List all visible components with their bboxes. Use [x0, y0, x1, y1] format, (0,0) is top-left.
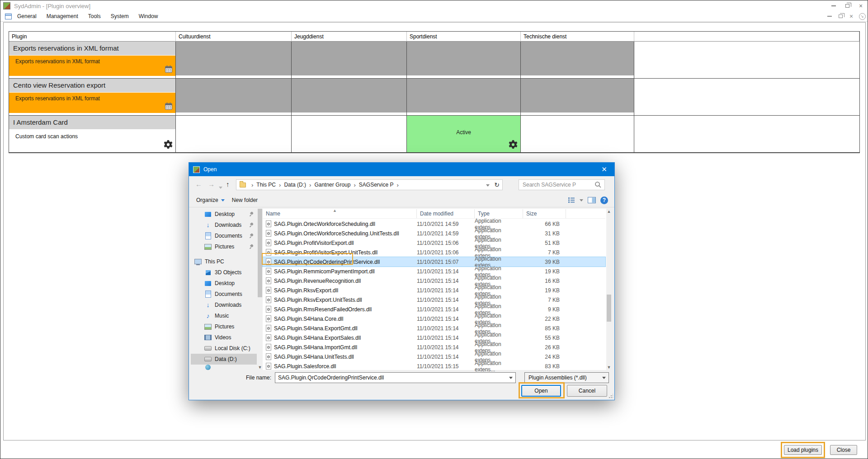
- sidebar-item-desktop[interactable]: Desktop: [191, 209, 257, 220]
- help-icon[interactable]: ?: [600, 197, 608, 204]
- sidebar-item-music[interactable]: ♪Music: [191, 310, 257, 321]
- column-header-size[interactable]: Size: [523, 209, 566, 218]
- resize-grip[interactable]: [609, 394, 613, 398]
- close-window-button[interactable]: ×: [854, 0, 868, 11]
- file-row[interactable]: SAG.Plugin.S4Hana.Core.dll11/10/2021 15:…: [263, 314, 605, 323]
- menu-window[interactable]: Window: [139, 13, 158, 19]
- sidebar-item-pictures[interactable]: Pictures: [191, 241, 257, 252]
- file-row[interactable]: SAG.Plugin.S4Hana.ImportGmt.dll11/10/202…: [263, 342, 605, 352]
- column-header-cultuurdienst[interactable]: Cultuurdienst: [176, 32, 292, 42]
- plugin-description-block[interactable]: Exports reservations in XML format: [9, 56, 175, 76]
- column-header-date-modified[interactable]: Date modified: [417, 209, 475, 218]
- column-header-plugin[interactable]: Plugin: [9, 32, 176, 42]
- column-header-jeugddienst[interactable]: Jeugddienst: [292, 32, 407, 42]
- file-row[interactable]: SAG.Plugin.ProfitVisitorExport.UnitTests…: [263, 248, 605, 257]
- service-cell-inactive[interactable]: [521, 42, 634, 79]
- organize-button[interactable]: Organize: [196, 197, 225, 203]
- file-row[interactable]: SAG.Plugin.QrCodeOrderingPrintService.dl…: [263, 257, 605, 267]
- minimize-button[interactable]: [827, 0, 840, 11]
- sidebar-item-downloads[interactable]: ↓Downloads: [191, 300, 257, 310]
- menu-general[interactable]: General: [17, 13, 37, 19]
- file-row[interactable]: SAG.Plugin.ProfitVisitorExport.dll11/10/…: [263, 238, 605, 248]
- chevron-down-icon[interactable]: [506, 377, 515, 379]
- file-name-combo[interactable]: SAG.Plugin.QrCodeOrderingPrintService.dl…: [275, 372, 516, 383]
- service-cell-inactive[interactable]: [292, 79, 407, 116]
- breadcrumb-item[interactable]: This PC: [256, 182, 276, 188]
- address-dropdown-icon[interactable]: [486, 182, 490, 188]
- file-type-combo[interactable]: Plugin Assemblies (*.dll): [524, 372, 609, 383]
- service-cell-inactive[interactable]: [521, 79, 634, 116]
- menu-system[interactable]: System: [111, 13, 129, 19]
- scrollbar-thumb[interactable]: [258, 209, 262, 297]
- breadcrumb-item[interactable]: Data (D:): [284, 182, 306, 188]
- sidebar-item-documents[interactable]: Documents: [191, 230, 257, 241]
- sidebar-item-videos[interactable]: Videos: [191, 332, 257, 343]
- service-cell-inactive[interactable]: [407, 79, 521, 116]
- file-row[interactable]: SAG.Plugin.OrtecWorkforceScheduling.dll1…: [263, 219, 605, 229]
- sidebar-item-documents[interactable]: Documents: [191, 289, 257, 300]
- dialog-close-button[interactable]: ✕: [594, 163, 614, 176]
- file-row[interactable]: SAG.Plugin.S4Hana.UnitTests.dll11/10/202…: [263, 352, 605, 361]
- service-cell-active[interactable]: Active: [407, 116, 521, 153]
- column-header-sportdienst[interactable]: Sportdienst: [407, 32, 521, 42]
- mdi-minimize-button[interactable]: [824, 16, 835, 17]
- gear-icon[interactable]: [163, 140, 173, 151]
- preview-pane-icon[interactable]: [588, 197, 596, 203]
- calendar-icon[interactable]: [165, 65, 173, 75]
- sidebar-item-this-pc[interactable]: This PC: [191, 256, 257, 267]
- menu-tools[interactable]: Tools: [88, 13, 101, 19]
- scroll-down-icon[interactable]: ▼: [606, 365, 612, 370]
- service-cell-inactive[interactable]: [407, 42, 521, 79]
- calendar-icon[interactable]: [165, 102, 173, 112]
- cancel-button[interactable]: Cancel: [567, 385, 607, 397]
- file-row[interactable]: SAG.Plugin.RmsResendFailedOrders.dll11/1…: [263, 304, 605, 314]
- new-folder-button[interactable]: New folder: [232, 197, 258, 203]
- open-button[interactable]: Open: [521, 385, 561, 397]
- chevron-down-icon[interactable]: [599, 377, 609, 379]
- service-cell-blank[interactable]: [176, 116, 292, 153]
- file-row[interactable]: SAG.Plugin.Salesforce.dll11/10/2021 15:1…: [263, 361, 605, 371]
- sidebar-item-data-d[interactable]: Data (D:): [191, 354, 257, 365]
- history-chevron-icon[interactable]: [219, 183, 222, 190]
- up-icon[interactable]: ↑: [226, 180, 230, 188]
- scroll-down-icon[interactable]: ▼: [257, 365, 263, 370]
- sidebar-item-downloads[interactable]: ↓Downloads: [191, 220, 257, 230]
- menu-management[interactable]: Management: [47, 13, 78, 19]
- service-cell-blank[interactable]: [292, 116, 407, 153]
- file-row[interactable]: SAG.Plugin.RksvExport.UnitTests.dll11/10…: [263, 295, 605, 304]
- scroll-up-icon[interactable]: ▲: [606, 209, 612, 214]
- forward-icon[interactable]: →: [208, 180, 215, 188]
- column-header-technische-dienst[interactable]: Technische dienst: [521, 32, 634, 42]
- restore-button[interactable]: [840, 0, 854, 11]
- service-cell-inactive[interactable]: [176, 79, 292, 116]
- refresh-icon[interactable]: ↻: [494, 181, 500, 188]
- address-bar[interactable]: › This PC›Data (D:)›Gantner Group›SAGSer…: [236, 179, 503, 190]
- service-cell-blank[interactable]: [521, 116, 634, 153]
- sidebar-item-pictures[interactable]: Pictures: [191, 321, 257, 332]
- mdi-close-button[interactable]: ×: [846, 13, 857, 19]
- column-header-type[interactable]: Type: [475, 209, 523, 218]
- sidebar-item-local-disk-c[interactable]: Local Disk (C:): [191, 343, 257, 354]
- sidebar-item-desktop[interactable]: Desktop: [191, 278, 257, 289]
- list-view-icon[interactable]: [568, 197, 575, 203]
- load-plugins-button[interactable]: Load plugins: [784, 445, 822, 455]
- sidebar-item-3d-objects[interactable]: 3D Objects: [191, 267, 257, 278]
- file-row[interactable]: SAG.Plugin.RemmicomPaymentImport.dll11/1…: [263, 267, 605, 276]
- file-list-scrollbar[interactable]: ▲ ▼: [606, 209, 612, 370]
- breadcrumb-item[interactable]: SAGService P: [359, 182, 394, 188]
- breadcrumb-item[interactable]: Gantner Group: [314, 182, 350, 188]
- plugin-description-block[interactable]: Exports reservations in XML format: [9, 93, 175, 113]
- scrollbar-thumb[interactable]: [607, 295, 611, 322]
- file-row[interactable]: SAG.Plugin.S4Hana.ExportGmt.dll11/10/202…: [263, 323, 605, 333]
- sidebar-scrollbar[interactable]: ▼: [257, 209, 263, 370]
- back-icon[interactable]: ←: [195, 180, 202, 188]
- file-row[interactable]: SAG.Plugin.RksvExport.dll11/10/2021 15:1…: [263, 286, 605, 295]
- gear-icon[interactable]: [508, 140, 518, 151]
- file-row[interactable]: SAG.Plugin.RevenueRecognition.dll11/10/2…: [263, 276, 605, 286]
- sidebar-item-network-partial[interactable]: [191, 365, 257, 370]
- full-screen-toggle-icon[interactable]: ↘: [857, 13, 868, 20]
- file-row[interactable]: SAG.Plugin.OrtecWorkforceScheduling.Unit…: [263, 229, 605, 238]
- mdi-child-icon[interactable]: [5, 14, 12, 19]
- close-button[interactable]: Close: [830, 445, 857, 455]
- service-cell-inactive[interactable]: [176, 42, 292, 79]
